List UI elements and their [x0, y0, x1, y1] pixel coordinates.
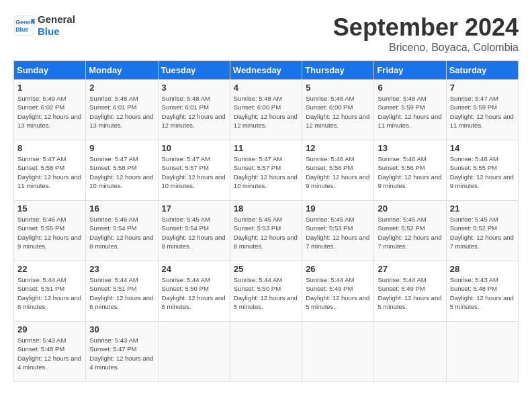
- calendar-cell: 9 Sunrise: 5:47 AM Sunset: 5:58 PM Dayli…: [86, 140, 158, 201]
- calendar-cell: 23 Sunrise: 5:44 AM Sunset: 5:51 PM Dayl…: [86, 261, 158, 322]
- calendar-cell: 10 Sunrise: 5:47 AM Sunset: 5:57 PM Dayl…: [158, 140, 230, 201]
- calendar-cell: 19 Sunrise: 5:45 AM Sunset: 5:53 PM Dayl…: [302, 201, 374, 261]
- calendar-row-4: 22 Sunrise: 5:44 AM Sunset: 5:51 PM Dayl…: [14, 261, 519, 322]
- page-header: General Blue General Blue September 2024…: [13, 13, 519, 54]
- logo-icon: General Blue: [13, 15, 35, 36]
- day-number: 11: [234, 143, 298, 153]
- day-info: Sunrise: 5:47 AM Sunset: 5:57 PM Dayligh…: [234, 154, 298, 190]
- calendar-body: 1 Sunrise: 5:49 AM Sunset: 6:02 PM Dayli…: [14, 80, 519, 382]
- day-info: Sunrise: 5:46 AM Sunset: 5:56 PM Dayligh…: [378, 154, 442, 190]
- day-number: 2: [89, 83, 154, 93]
- calendar-cell: 2 Sunrise: 5:48 AM Sunset: 6:01 PM Dayli…: [86, 80, 158, 140]
- col-friday: Friday: [374, 61, 446, 80]
- day-info: Sunrise: 5:48 AM Sunset: 5:59 PM Dayligh…: [378, 94, 442, 130]
- col-thursday: Thursday: [302, 61, 374, 80]
- calendar-header-row: Sunday Monday Tuesday Wednesday Thursday…: [14, 61, 519, 80]
- calendar-row-1: 1 Sunrise: 5:49 AM Sunset: 6:02 PM Dayli…: [14, 80, 519, 140]
- calendar-cell: 15 Sunrise: 5:46 AM Sunset: 5:55 PM Dayl…: [14, 201, 86, 261]
- day-info: Sunrise: 5:45 AM Sunset: 5:52 PM Dayligh…: [378, 215, 442, 250]
- calendar-row-2: 8 Sunrise: 5:47 AM Sunset: 5:58 PM Dayli…: [14, 140, 519, 201]
- title-section: September 2024 Briceno, Boyaca, Colombia: [333, 13, 519, 54]
- calendar-cell: 20 Sunrise: 5:45 AM Sunset: 5:52 PM Dayl…: [374, 201, 446, 261]
- calendar-table: Sunday Monday Tuesday Wednesday Thursday…: [13, 60, 519, 382]
- calendar-cell: 3 Sunrise: 5:48 AM Sunset: 6:01 PM Dayli…: [158, 80, 230, 140]
- calendar-cell: 17 Sunrise: 5:45 AM Sunset: 5:54 PM Dayl…: [158, 201, 230, 261]
- day-number: 19: [306, 203, 370, 214]
- calendar-cell: 30 Sunrise: 5:43 AM Sunset: 5:47 PM Dayl…: [86, 322, 158, 382]
- day-number: 20: [378, 203, 442, 214]
- day-number: 25: [234, 264, 298, 274]
- calendar-row-3: 15 Sunrise: 5:46 AM Sunset: 5:55 PM Dayl…: [14, 201, 519, 261]
- col-wednesday: Wednesday: [230, 61, 302, 80]
- day-number: 21: [450, 203, 515, 214]
- day-number: 27: [378, 264, 442, 274]
- calendar-cell: 1 Sunrise: 5:49 AM Sunset: 6:02 PM Dayli…: [14, 80, 86, 140]
- day-number: 16: [89, 203, 154, 214]
- day-info: Sunrise: 5:43 AM Sunset: 5:48 PM Dayligh…: [450, 275, 515, 311]
- day-info: Sunrise: 5:48 AM Sunset: 6:00 PM Dayligh…: [234, 94, 298, 130]
- day-info: Sunrise: 5:45 AM Sunset: 5:53 PM Dayligh…: [306, 215, 370, 250]
- calendar-cell: 7 Sunrise: 5:47 AM Sunset: 5:59 PM Dayli…: [446, 80, 518, 140]
- day-info: Sunrise: 5:46 AM Sunset: 5:54 PM Dayligh…: [89, 215, 154, 250]
- logo: General Blue General Blue: [13, 13, 75, 38]
- day-number: 12: [306, 143, 370, 153]
- day-info: Sunrise: 5:47 AM Sunset: 5:57 PM Dayligh…: [162, 154, 226, 190]
- calendar-cell: 28 Sunrise: 5:43 AM Sunset: 5:48 PM Dayl…: [446, 261, 518, 322]
- calendar-cell: 16 Sunrise: 5:46 AM Sunset: 5:54 PM Dayl…: [86, 201, 158, 261]
- day-number: 15: [17, 203, 82, 214]
- day-info: Sunrise: 5:49 AM Sunset: 6:02 PM Dayligh…: [17, 94, 82, 130]
- calendar-cell: 5 Sunrise: 5:48 AM Sunset: 6:00 PM Dayli…: [302, 80, 374, 140]
- logo-blue: Blue: [38, 26, 75, 38]
- day-info: Sunrise: 5:48 AM Sunset: 6:01 PM Dayligh…: [162, 94, 226, 130]
- calendar-cell: 21 Sunrise: 5:45 AM Sunset: 5:52 PM Dayl…: [446, 201, 518, 261]
- day-info: Sunrise: 5:47 AM Sunset: 5:58 PM Dayligh…: [17, 154, 82, 190]
- col-sunday: Sunday: [14, 61, 86, 80]
- day-info: Sunrise: 5:47 AM Sunset: 5:59 PM Dayligh…: [450, 94, 515, 130]
- calendar-cell: [374, 322, 446, 382]
- calendar-cell: [158, 322, 230, 382]
- day-info: Sunrise: 5:44 AM Sunset: 5:51 PM Dayligh…: [17, 275, 82, 311]
- day-number: 17: [162, 203, 226, 214]
- day-info: Sunrise: 5:45 AM Sunset: 5:53 PM Dayligh…: [234, 215, 298, 250]
- day-number: 9: [89, 143, 154, 153]
- day-number: 8: [17, 143, 82, 153]
- day-info: Sunrise: 5:48 AM Sunset: 6:00 PM Dayligh…: [306, 94, 370, 130]
- calendar-cell: 24 Sunrise: 5:44 AM Sunset: 5:50 PM Dayl…: [158, 261, 230, 322]
- day-number: 5: [306, 83, 370, 93]
- calendar-cell: 22 Sunrise: 5:44 AM Sunset: 5:51 PM Dayl…: [14, 261, 86, 322]
- col-saturday: Saturday: [446, 61, 518, 80]
- day-info: Sunrise: 5:44 AM Sunset: 5:50 PM Dayligh…: [234, 275, 298, 311]
- logo-general: General: [38, 13, 75, 26]
- day-number: 10: [162, 143, 226, 153]
- calendar-cell: 27 Sunrise: 5:44 AM Sunset: 5:49 PM Dayl…: [374, 261, 446, 322]
- calendar-cell: 6 Sunrise: 5:48 AM Sunset: 5:59 PM Dayli…: [374, 80, 446, 140]
- day-number: 28: [450, 264, 515, 274]
- month-title: September 2024: [333, 13, 519, 42]
- day-number: 6: [378, 83, 442, 93]
- day-number: 18: [234, 203, 298, 214]
- day-number: 4: [234, 83, 298, 93]
- day-number: 26: [306, 264, 370, 274]
- calendar-cell: 29 Sunrise: 5:43 AM Sunset: 5:48 PM Dayl…: [14, 322, 86, 382]
- calendar-cell: [302, 322, 374, 382]
- calendar-cell: [230, 322, 302, 382]
- day-info: Sunrise: 5:46 AM Sunset: 5:56 PM Dayligh…: [306, 154, 370, 190]
- day-number: 1: [17, 83, 82, 93]
- calendar-cell: 25 Sunrise: 5:44 AM Sunset: 5:50 PM Dayl…: [230, 261, 302, 322]
- day-info: Sunrise: 5:48 AM Sunset: 6:01 PM Dayligh…: [89, 94, 154, 130]
- svg-text:Blue: Blue: [15, 26, 28, 33]
- day-info: Sunrise: 5:44 AM Sunset: 5:49 PM Dayligh…: [306, 275, 370, 311]
- day-number: 3: [162, 83, 226, 93]
- calendar-row-5: 29 Sunrise: 5:43 AM Sunset: 5:48 PM Dayl…: [14, 322, 519, 382]
- calendar-cell: 4 Sunrise: 5:48 AM Sunset: 6:00 PM Dayli…: [230, 80, 302, 140]
- calendar-cell: 18 Sunrise: 5:45 AM Sunset: 5:53 PM Dayl…: [230, 201, 302, 261]
- calendar-cell: 26 Sunrise: 5:44 AM Sunset: 5:49 PM Dayl…: [302, 261, 374, 322]
- calendar-cell: 8 Sunrise: 5:47 AM Sunset: 5:58 PM Dayli…: [14, 140, 86, 201]
- day-number: 29: [17, 324, 82, 334]
- day-number: 7: [450, 83, 515, 93]
- day-number: 24: [162, 264, 226, 274]
- day-info: Sunrise: 5:43 AM Sunset: 5:47 PM Dayligh…: [89, 336, 154, 371]
- day-info: Sunrise: 5:46 AM Sunset: 5:55 PM Dayligh…: [17, 215, 82, 250]
- day-info: Sunrise: 5:47 AM Sunset: 5:58 PM Dayligh…: [89, 154, 154, 190]
- col-tuesday: Tuesday: [158, 61, 230, 80]
